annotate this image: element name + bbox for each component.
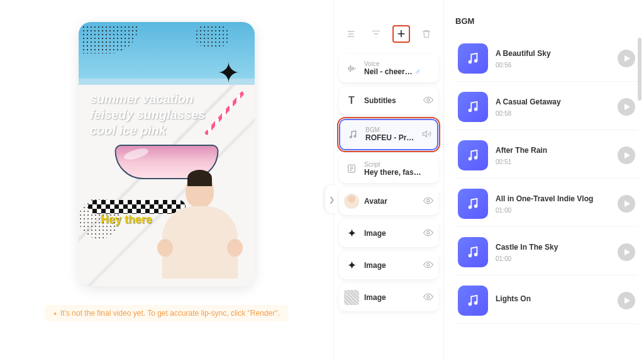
sparkle-icon	[217, 57, 245, 85]
track-duration: 00:58	[496, 110, 610, 117]
play-button[interactable]	[618, 147, 635, 164]
add-layer-button[interactable]: +	[392, 25, 410, 43]
svg-point-10	[469, 109, 472, 112]
video-preview[interactable]: summer vacation feisedy sunglasses cool …	[79, 22, 255, 286]
track-name: A Casual Getaway	[496, 97, 610, 106]
visibility-toggle[interactable]	[423, 292, 433, 304]
track-cover	[458, 286, 488, 316]
gender-male-icon: ♂	[415, 67, 421, 76]
svg-point-0	[427, 99, 430, 101]
play-button[interactable]	[618, 195, 635, 213]
overlay-line: summer vacation	[90, 91, 205, 107]
track-duration: 01:00	[496, 207, 610, 214]
track-duration: 00:51	[496, 158, 610, 165]
play-button[interactable]	[618, 243, 635, 261]
sparkle-icon: ✦	[344, 226, 359, 241]
track-name: A Beautiful Sky	[496, 49, 610, 58]
layer-value: ROFEU - Pro…	[365, 133, 417, 142]
layer-value: Avatar	[364, 197, 418, 206]
music-note-icon	[466, 100, 480, 114]
layer-value: Image	[364, 229, 418, 238]
scrollbar[interactable]	[638, 38, 641, 101]
layer-image[interactable]: ✦ Image	[339, 252, 438, 279]
layer-toolbar: +	[334, 19, 443, 49]
avatar-presenter	[151, 173, 248, 286]
svg-point-18	[469, 303, 472, 306]
decor-halftone-tr	[195, 25, 230, 47]
play-button[interactable]	[618, 50, 635, 67]
overlay-line: cool ice pink	[90, 123, 205, 138]
layer-image[interactable]: ✦ Image	[339, 219, 438, 247]
align-button[interactable]	[342, 25, 360, 43]
svg-point-2	[354, 135, 356, 137]
layer-script[interactable]: Script Hey there, fas…	[339, 155, 438, 183]
overlay-text: summer vacation feisedy sunglasses cool …	[90, 91, 205, 138]
filter-button[interactable]	[367, 25, 385, 43]
visibility-toggle[interactable]	[423, 196, 433, 208]
text-icon: T	[344, 93, 359, 108]
expand-handle[interactable]: ❯	[325, 186, 338, 213]
trash-icon	[421, 29, 431, 39]
track-name: Castle In The Sky	[496, 243, 610, 252]
layer-bgm[interactable]: BGM ROFEU - Pro…	[339, 119, 438, 150]
svg-point-12	[469, 158, 472, 160]
layer-value: Neil - cheer…	[364, 67, 413, 76]
layer-subtitles[interactable]: T Subtitles	[339, 87, 438, 114]
track-cover	[458, 92, 488, 122]
voice-icon	[344, 61, 359, 76]
script-icon	[344, 161, 359, 176]
play-button[interactable]	[618, 98, 635, 116]
svg-point-14	[469, 206, 472, 209]
svg-point-1	[350, 136, 352, 138]
visibility-toggle[interactable]	[423, 95, 433, 107]
track-row[interactable]: A Beautiful Sky00:56	[455, 38, 638, 82]
filter-icon	[371, 29, 381, 39]
music-note-icon	[466, 197, 480, 211]
svg-point-7	[427, 296, 430, 298]
texture-thumb-icon	[344, 290, 359, 305]
music-note-icon	[466, 148, 480, 162]
audio-toggle[interactable]	[422, 129, 432, 141]
visibility-toggle[interactable]	[423, 228, 433, 240]
eye-icon	[423, 196, 433, 206]
layer-voice[interactable]: Voice Neil - cheer… ♂	[339, 54, 438, 82]
track-row[interactable]: After The Rain00:51	[455, 135, 638, 179]
visibility-toggle[interactable]	[423, 260, 433, 272]
track-row[interactable]: Castle In The Sky01:00	[455, 232, 638, 275]
overlay-line: feisedy sunglasses	[90, 107, 205, 123]
align-icon	[346, 29, 356, 39]
layer-value: Image	[364, 293, 418, 302]
svg-point-4	[427, 199, 430, 202]
eye-icon	[423, 260, 433, 270]
music-note-icon	[466, 52, 480, 65]
layer-label: Voice	[364, 60, 433, 67]
layer-avatar[interactable]: Avatar	[339, 187, 438, 215]
plus-icon: +	[397, 26, 406, 42]
svg-point-17	[475, 253, 477, 256]
play-button[interactable]	[618, 292, 635, 309]
panel-title: BGM	[455, 16, 638, 26]
track-list: A Beautiful Sky00:56A Casual Getaway00:5…	[455, 38, 638, 324]
eye-icon	[423, 95, 433, 105]
layer-image[interactable]: Image	[339, 284, 438, 311]
track-row[interactable]: Lights On	[455, 280, 638, 324]
render-notice: It's not the final video yet. To get acc…	[45, 305, 289, 321]
music-note-icon	[466, 294, 480, 308]
track-row[interactable]: All in One-Travel Indie Vlog01:00	[455, 184, 638, 227]
layer-value: Hey there, fas…	[364, 168, 433, 177]
svg-point-11	[475, 108, 477, 111]
track-cover	[458, 43, 488, 74]
track-cover	[458, 140, 488, 170]
layer-list: Voice Neil - cheer… ♂ T Subtitles BGM RO…	[334, 49, 443, 316]
layer-label: Script	[364, 161, 433, 168]
bgm-library-pane: BGM A Beautiful Sky00:56A Casual Getaway…	[443, 0, 644, 361]
track-name: All in One-Travel Indie Vlog	[496, 194, 610, 203]
layer-pane: ❯ + Voice Neil - cheer… ♂ T Subtitles	[333, 0, 443, 361]
speaker-icon	[422, 129, 432, 139]
track-cover	[458, 237, 488, 267]
delete-layer-button[interactable]	[418, 25, 435, 43]
eye-icon	[423, 292, 433, 302]
svg-point-5	[427, 231, 430, 234]
track-duration: 01:00	[496, 255, 610, 262]
track-row[interactable]: A Casual Getaway00:58	[455, 87, 638, 130]
